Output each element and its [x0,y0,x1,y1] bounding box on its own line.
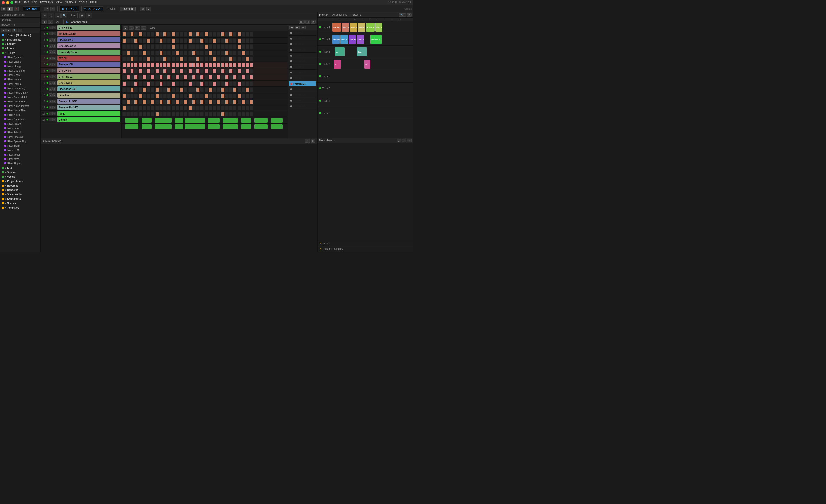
note-block-14-4[interactable] [185,118,205,123]
cr-collapse[interactable]: ◀ [42,20,47,23]
step-3-7[interactable] [151,51,154,55]
browser-item-29[interactable]: Riser Zipper [0,161,40,166]
ch-solo-15[interactable]: S [52,118,56,121]
browser-item-2[interactable]: ▶Legacy [0,42,40,46]
step-2-17[interactable] [192,45,196,49]
step-9-16[interactable] [188,87,192,92]
step-1-3[interactable] [134,38,138,43]
step-2-23[interactable] [217,45,220,49]
step-8-5[interactable] [143,81,146,86]
menu-help[interactable]: HELP [90,1,97,4]
step-4-9[interactable] [159,57,163,61]
step-6-10[interactable] [163,69,167,73]
note-block-14-3[interactable] [175,118,183,123]
step-6-12[interactable] [172,69,175,73]
step-9-29[interactable] [242,87,245,92]
browser-item-4[interactable]: ▼Risers [0,51,40,55]
pl-track-led-5[interactable] [319,87,321,89]
step-11-29[interactable] [242,100,245,104]
step-3-3[interactable] [134,51,138,55]
step-8-24[interactable] [221,81,225,86]
step-6-19[interactable] [200,69,203,73]
step-11-14[interactable] [180,100,183,104]
pl-close[interactable]: ✕ [407,13,412,17]
step-7-22[interactable] [213,75,216,80]
step-7-25[interactable] [225,75,229,80]
step-12-8[interactable] [155,106,159,110]
step-12-27[interactable] [233,106,236,110]
step-3-21[interactable] [209,51,212,55]
browser-item-20[interactable]: Riser Phazor [0,121,40,126]
step-7-11[interactable] [167,75,171,80]
step-4-1[interactable] [126,57,130,61]
step-12-5[interactable] [143,106,146,110]
step-12-7[interactable] [151,106,154,110]
step-9-24[interactable] [221,87,225,92]
step-1-17[interactable] [192,38,196,43]
note-block-15-2[interactable] [155,124,172,129]
step-2-16[interactable] [188,45,192,49]
step-7-26[interactable] [229,75,233,80]
pattern-label[interactable]: Pattern 5B [120,7,136,11]
step-10-12[interactable] [172,93,175,98]
step-1-20[interactable] [205,38,208,43]
step-9-11[interactable] [167,87,171,92]
ch-solo-3[interactable]: S [52,44,56,48]
step-5-14[interactable] [180,63,183,67]
step-9-14[interactable] [180,87,183,92]
step-13-23[interactable] [217,112,220,117]
ch-name-13[interactable]: Stompe..No SFX [57,105,120,110]
step-5-21[interactable] [209,63,212,67]
step-7-28[interactable] [238,75,241,80]
step-13-19[interactable] [200,112,203,117]
step-13-4[interactable] [139,112,142,117]
step-11-28[interactable] [238,100,241,104]
step-7-13[interactable] [176,75,179,80]
step-5-18[interactable] [196,63,199,67]
step-7-16[interactable] [188,75,192,80]
step-11-16[interactable] [188,100,192,104]
step-10-2[interactable] [130,93,134,98]
step-8-27[interactable] [233,81,236,86]
step-7-4[interactable] [139,75,142,80]
step-2-8[interactable] [155,45,159,49]
step-12-26[interactable] [229,106,233,110]
browser-item-15[interactable]: Riser Noise Multi [0,99,40,104]
ch-solo-11[interactable]: S [52,93,56,97]
pattern-item-9[interactable]: Pattern 5B [289,81,316,86]
step-5-11[interactable] [167,63,171,67]
play-button[interactable]: ▶ [7,7,13,11]
step-6-15[interactable] [184,69,187,73]
step-3-19[interactable] [200,51,203,55]
browser-item-6[interactable]: Riser Engine [0,59,40,64]
step-7-2[interactable] [130,75,134,80]
step-0-30[interactable] [246,32,249,37]
step-5-7[interactable] [151,63,154,67]
note-block-15-6[interactable] [223,124,238,129]
step-8-8[interactable] [155,81,159,86]
step-10-5[interactable] [143,93,146,98]
step-13-26[interactable] [229,112,233,117]
step-13-27[interactable] [233,112,236,117]
step-4-31[interactable] [249,57,253,61]
step-10-13[interactable] [176,93,179,98]
ch-mute-0[interactable]: M [49,26,52,29]
ch-name-14[interactable]: Plink [57,111,120,116]
step-9-5[interactable] [143,87,146,92]
step-5-29[interactable] [242,63,245,67]
step-9-12[interactable] [172,87,175,92]
step-1-11[interactable] [167,38,171,43]
tb-select[interactable]: ⬚ [48,13,54,18]
step-12-24[interactable] [221,106,225,110]
step-3-11[interactable] [167,51,171,55]
ch-name-1[interactable]: MA Lant..t Kick [57,31,120,36]
mixer-solo[interactable]: S [311,139,315,142]
step-7-12[interactable] [172,75,175,80]
step-1-24[interactable] [221,38,225,43]
pat-knife[interactable]: ✂ [301,25,306,29]
step-0-22[interactable] [213,32,216,37]
step-12-20[interactable] [205,106,208,110]
pat-next[interactable]: ▶ [295,25,300,29]
step-7-31[interactable] [249,75,253,80]
step-3-4[interactable] [139,51,142,55]
